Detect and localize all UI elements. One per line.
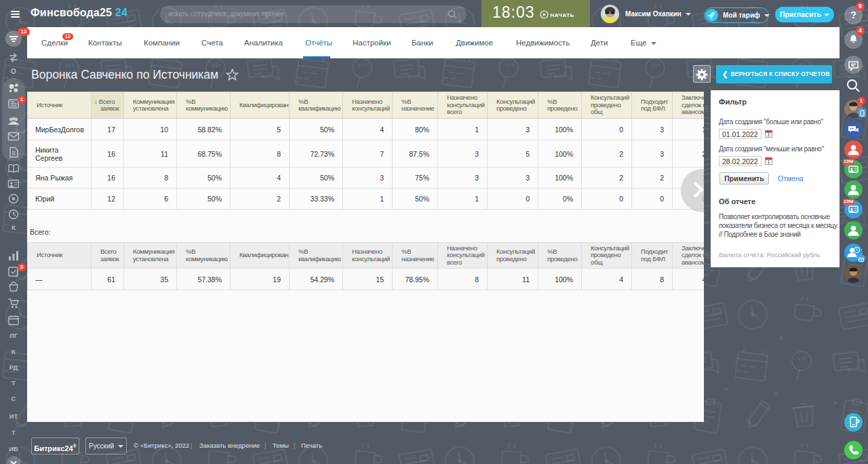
svg-text:1: 1 bbox=[768, 132, 770, 137]
svg-text:1: 1 bbox=[768, 159, 770, 164]
